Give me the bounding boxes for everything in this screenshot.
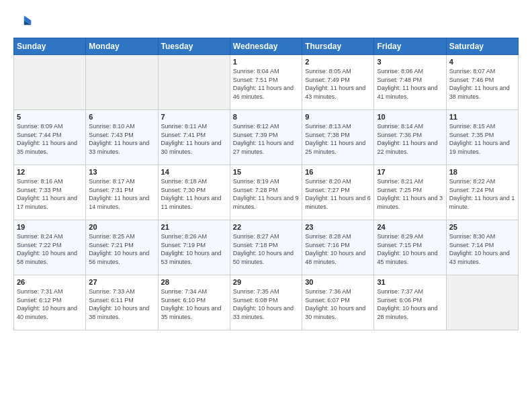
day-info: Sunrise: 8:20 AM Sunset: 7:27 PM Dayligh… xyxy=(305,177,371,211)
day-number: 24 xyxy=(377,223,443,231)
day-cell: 26Sunrise: 7:31 AM Sunset: 6:12 PM Dayli… xyxy=(14,275,86,330)
week-row-3: 19Sunrise: 8:24 AM Sunset: 7:22 PM Dayli… xyxy=(14,220,519,275)
day-cell: 28Sunrise: 7:34 AM Sunset: 6:10 PM Dayli… xyxy=(158,275,230,330)
weekday-header-row: SundayMondayTuesdayWednesdayThursdayFrid… xyxy=(14,38,519,55)
day-number: 11 xyxy=(449,113,515,121)
day-info: Sunrise: 8:22 AM Sunset: 7:24 PM Dayligh… xyxy=(449,177,515,211)
day-cell: 7Sunrise: 8:11 AM Sunset: 7:41 PM Daylig… xyxy=(158,110,230,165)
day-cell: 4Sunrise: 8:07 AM Sunset: 7:46 PM Daylig… xyxy=(446,55,518,110)
day-info: Sunrise: 8:16 AM Sunset: 7:33 PM Dayligh… xyxy=(17,177,83,211)
day-info: Sunrise: 8:29 AM Sunset: 7:15 PM Dayligh… xyxy=(377,232,443,266)
day-cell: 21Sunrise: 8:26 AM Sunset: 7:19 PM Dayli… xyxy=(158,220,230,275)
day-info: Sunrise: 8:25 AM Sunset: 7:21 PM Dayligh… xyxy=(89,232,154,266)
day-cell: 14Sunrise: 8:18 AM Sunset: 7:30 PM Dayli… xyxy=(158,165,230,220)
day-info: Sunrise: 8:18 AM Sunset: 7:30 PM Dayligh… xyxy=(161,177,227,211)
day-info: Sunrise: 7:34 AM Sunset: 6:10 PM Dayligh… xyxy=(161,287,227,321)
day-cell: 13Sunrise: 8:17 AM Sunset: 7:31 PM Dayli… xyxy=(86,165,158,220)
weekday-thursday: Thursday xyxy=(302,38,374,55)
day-info: Sunrise: 8:11 AM Sunset: 7:41 PM Dayligh… xyxy=(161,122,227,156)
day-number: 29 xyxy=(233,278,299,286)
day-cell: 19Sunrise: 8:24 AM Sunset: 7:22 PM Dayli… xyxy=(14,220,86,275)
day-cell: 30Sunrise: 7:36 AM Sunset: 6:07 PM Dayli… xyxy=(302,275,374,330)
day-number: 16 xyxy=(305,168,371,176)
day-cell: 5Sunrise: 8:09 AM Sunset: 7:44 PM Daylig… xyxy=(14,110,86,165)
day-number: 27 xyxy=(89,278,154,286)
day-cell: 25Sunrise: 8:30 AM Sunset: 7:14 PM Dayli… xyxy=(446,220,518,275)
calendar-table: SundayMondayTuesdayWednesdayThursdayFrid… xyxy=(13,38,519,330)
day-info: Sunrise: 8:09 AM Sunset: 7:44 PM Dayligh… xyxy=(17,122,83,156)
week-row-0: 1Sunrise: 8:04 AM Sunset: 7:51 PM Daylig… xyxy=(14,55,519,110)
day-info: Sunrise: 8:05 AM Sunset: 7:49 PM Dayligh… xyxy=(305,67,371,101)
day-info: Sunrise: 7:37 AM Sunset: 6:06 PM Dayligh… xyxy=(377,287,443,321)
header xyxy=(13,12,519,31)
day-info: Sunrise: 8:13 AM Sunset: 7:38 PM Dayligh… xyxy=(305,122,371,156)
day-info: Sunrise: 8:12 AM Sunset: 7:39 PM Dayligh… xyxy=(233,122,299,156)
page: SundayMondayTuesdayWednesdayThursdayFrid… xyxy=(0,0,532,411)
weekday-sunday: Sunday xyxy=(14,38,86,55)
weekday-wednesday: Wednesday xyxy=(230,38,302,55)
day-number: 7 xyxy=(161,113,227,121)
day-number: 31 xyxy=(377,278,443,286)
logo xyxy=(13,12,34,31)
day-info: Sunrise: 8:17 AM Sunset: 7:31 PM Dayligh… xyxy=(89,177,154,211)
weekday-friday: Friday xyxy=(374,38,446,55)
day-number: 19 xyxy=(17,223,83,231)
day-info: Sunrise: 7:36 AM Sunset: 6:07 PM Dayligh… xyxy=(305,287,371,321)
day-cell: 11Sunrise: 8:15 AM Sunset: 7:35 PM Dayli… xyxy=(446,110,518,165)
day-cell: 3Sunrise: 8:06 AM Sunset: 7:48 PM Daylig… xyxy=(374,55,446,110)
day-cell: 6Sunrise: 8:10 AM Sunset: 7:43 PM Daylig… xyxy=(86,110,158,165)
day-cell: 15Sunrise: 8:19 AM Sunset: 7:28 PM Dayli… xyxy=(230,165,302,220)
day-cell xyxy=(158,55,230,110)
day-info: Sunrise: 7:35 AM Sunset: 6:08 PM Dayligh… xyxy=(233,287,299,321)
day-number: 13 xyxy=(89,168,154,176)
day-number: 18 xyxy=(449,168,515,176)
day-number: 4 xyxy=(449,58,515,66)
day-cell: 31Sunrise: 7:37 AM Sunset: 6:06 PM Dayli… xyxy=(374,275,446,330)
day-info: Sunrise: 8:14 AM Sunset: 7:36 PM Dayligh… xyxy=(377,122,443,156)
day-number: 30 xyxy=(305,278,371,286)
day-cell: 12Sunrise: 8:16 AM Sunset: 7:33 PM Dayli… xyxy=(14,165,86,220)
day-info: Sunrise: 7:31 AM Sunset: 6:12 PM Dayligh… xyxy=(17,287,83,321)
day-number: 20 xyxy=(89,223,154,231)
day-cell: 16Sunrise: 8:20 AM Sunset: 7:27 PM Dayli… xyxy=(302,165,374,220)
logo-icon xyxy=(13,12,32,31)
day-number: 3 xyxy=(377,58,443,66)
day-number: 21 xyxy=(161,223,227,231)
day-info: Sunrise: 8:15 AM Sunset: 7:35 PM Dayligh… xyxy=(449,122,515,156)
day-number: 8 xyxy=(233,113,299,121)
day-cell: 17Sunrise: 8:21 AM Sunset: 7:25 PM Dayli… xyxy=(374,165,446,220)
day-info: Sunrise: 8:27 AM Sunset: 7:18 PM Dayligh… xyxy=(233,232,299,266)
day-info: Sunrise: 8:19 AM Sunset: 7:28 PM Dayligh… xyxy=(233,177,299,211)
day-cell: 1Sunrise: 8:04 AM Sunset: 7:51 PM Daylig… xyxy=(230,55,302,110)
day-cell: 9Sunrise: 8:13 AM Sunset: 7:38 PM Daylig… xyxy=(302,110,374,165)
week-row-4: 26Sunrise: 7:31 AM Sunset: 6:12 PM Dayli… xyxy=(14,275,519,330)
day-info: Sunrise: 8:30 AM Sunset: 7:14 PM Dayligh… xyxy=(449,232,515,266)
day-info: Sunrise: 7:33 AM Sunset: 6:11 PM Dayligh… xyxy=(89,287,154,321)
day-info: Sunrise: 8:10 AM Sunset: 7:43 PM Dayligh… xyxy=(89,122,154,156)
day-cell: 20Sunrise: 8:25 AM Sunset: 7:21 PM Dayli… xyxy=(86,220,158,275)
day-number: 6 xyxy=(89,113,154,121)
day-number: 15 xyxy=(233,168,299,176)
day-info: Sunrise: 8:06 AM Sunset: 7:48 PM Dayligh… xyxy=(377,67,443,101)
day-number: 26 xyxy=(17,278,83,286)
week-row-1: 5Sunrise: 8:09 AM Sunset: 7:44 PM Daylig… xyxy=(14,110,519,165)
day-info: Sunrise: 8:26 AM Sunset: 7:19 PM Dayligh… xyxy=(161,232,227,266)
weekday-tuesday: Tuesday xyxy=(158,38,230,55)
weekday-saturday: Saturday xyxy=(446,38,518,55)
day-cell xyxy=(86,55,158,110)
day-info: Sunrise: 8:07 AM Sunset: 7:46 PM Dayligh… xyxy=(449,67,515,101)
day-number: 25 xyxy=(449,223,515,231)
day-cell: 22Sunrise: 8:27 AM Sunset: 7:18 PM Dayli… xyxy=(230,220,302,275)
day-cell: 2Sunrise: 8:05 AM Sunset: 7:49 PM Daylig… xyxy=(302,55,374,110)
day-number: 12 xyxy=(17,168,83,176)
day-info: Sunrise: 8:28 AM Sunset: 7:16 PM Dayligh… xyxy=(305,232,371,266)
day-number: 10 xyxy=(377,113,443,121)
day-cell xyxy=(14,55,86,110)
day-cell: 23Sunrise: 8:28 AM Sunset: 7:16 PM Dayli… xyxy=(302,220,374,275)
day-number: 17 xyxy=(377,168,443,176)
day-cell: 10Sunrise: 8:14 AM Sunset: 7:36 PM Dayli… xyxy=(374,110,446,165)
day-number: 1 xyxy=(233,58,299,66)
day-cell: 29Sunrise: 7:35 AM Sunset: 6:08 PM Dayli… xyxy=(230,275,302,330)
day-number: 28 xyxy=(161,278,227,286)
day-number: 14 xyxy=(161,168,227,176)
